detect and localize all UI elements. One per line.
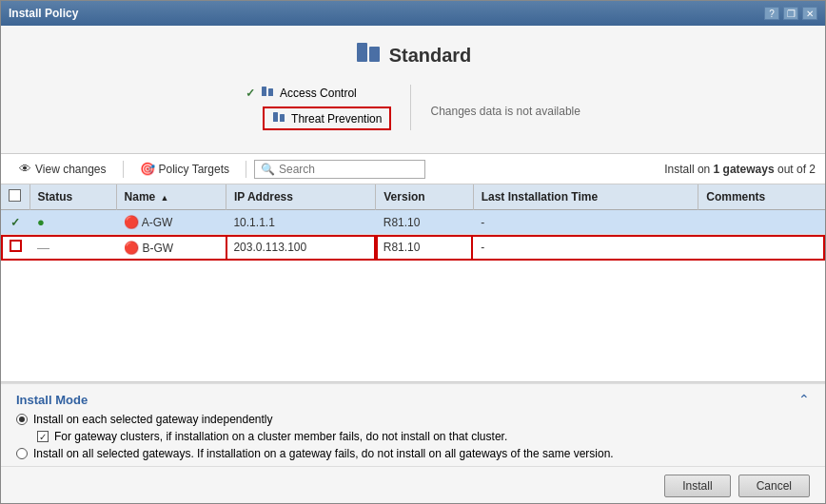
row-checkbox[interactable] bbox=[10, 240, 22, 252]
svg-rect-2 bbox=[262, 87, 266, 96]
cluster-checkbox[interactable]: ✓ bbox=[37, 431, 49, 442]
install-count: Install on 1 gateways out of 2 bbox=[664, 163, 816, 176]
table-header-row: Status Name ▲ IP Address Version Last In… bbox=[1, 184, 825, 210]
td-last-install: - bbox=[473, 210, 698, 235]
option-threat-prevention: Threat Prevention bbox=[246, 107, 391, 130]
option-access-control: ✓ Access Control bbox=[246, 85, 391, 101]
header-checkbox[interactable] bbox=[9, 189, 21, 202]
td-ip-2: 203.0.113.100 bbox=[226, 235, 375, 261]
install-button[interactable]: Install bbox=[664, 475, 730, 497]
mode-option-1: Install on each selected gateway indepen… bbox=[16, 413, 810, 426]
policy-targets-label: Policy Targets bbox=[159, 163, 229, 176]
install-policy-dialog: Install Policy ? ❐ ✕ Standard bbox=[0, 0, 826, 504]
title-bar-title: Install Policy bbox=[9, 7, 78, 20]
footer: Install Cancel bbox=[1, 466, 825, 503]
threat-prev-icon bbox=[272, 110, 285, 126]
install-mode-header: Install Mode ⌃ bbox=[16, 392, 810, 407]
th-comments: Comments bbox=[698, 184, 825, 210]
gateway-name: A-GW bbox=[142, 216, 173, 229]
mode-option-2: Install on all selected gateways. If ins… bbox=[16, 447, 810, 460]
td-status: — bbox=[30, 235, 116, 261]
td-comments bbox=[698, 210, 825, 235]
view-changes-button[interactable]: 👁 View changes bbox=[10, 158, 115, 180]
policy-icon bbox=[355, 39, 382, 71]
td-checkbox bbox=[1, 235, 30, 261]
search-icon: 🔍 bbox=[261, 163, 275, 176]
row-check-icon: ✓ bbox=[10, 216, 20, 229]
restore-button[interactable]: ❐ bbox=[783, 7, 798, 20]
td-comments-2 bbox=[698, 235, 825, 261]
eye-icon: 👁 bbox=[19, 162, 31, 176]
changes-note-text: Changes data is not available bbox=[430, 105, 580, 118]
gw-icon: 🔴 bbox=[124, 215, 139, 229]
th-name: Name ▲ bbox=[116, 184, 226, 210]
mode-option-1-label: Install on each selected gateway indepen… bbox=[33, 413, 273, 426]
gw-icon-2: 🔴 bbox=[124, 241, 139, 255]
title-bar-right: ? ❐ ✕ bbox=[764, 7, 817, 20]
table-row[interactable]: ✓ ● 🔴 A-GW 10.1.1.1 R81.10 - bbox=[1, 210, 825, 235]
td-name: 🔴 B-GW bbox=[116, 235, 226, 261]
sort-icon: ▲ bbox=[161, 193, 169, 203]
policy-name: Standard bbox=[389, 45, 472, 67]
th-checkbox bbox=[1, 184, 30, 210]
td-status: ● bbox=[30, 210, 116, 235]
help-button[interactable]: ? bbox=[764, 7, 779, 20]
dialog-body: Standard ✓ Access Control bbox=[1, 26, 825, 503]
table-row[interactable]: — 🔴 B-GW 203.0.113.100 R81.10 - bbox=[1, 235, 825, 261]
th-status: Status bbox=[30, 184, 116, 210]
status-ok-icon: ● bbox=[37, 215, 45, 229]
svg-rect-4 bbox=[273, 112, 278, 122]
td-version-2: R81.10 bbox=[376, 235, 473, 261]
radio-option-1[interactable] bbox=[16, 414, 28, 425]
th-version: Version bbox=[376, 184, 473, 210]
access-control-label: Access Control bbox=[280, 87, 357, 100]
search-input[interactable] bbox=[279, 163, 412, 176]
th-last-install: Last Installation Time bbox=[473, 184, 698, 210]
install-mode-title: Install Mode bbox=[16, 393, 88, 407]
targets-icon: 🎯 bbox=[140, 162, 155, 176]
gateway-name-2: B-GW bbox=[142, 242, 173, 255]
gateways-table: Status Name ▲ IP Address Version Last In… bbox=[1, 184, 825, 261]
changes-note: Changes data is not available bbox=[411, 85, 580, 138]
svg-rect-3 bbox=[268, 88, 273, 96]
install-mode-options: Install on each selected gateway indepen… bbox=[16, 413, 810, 460]
radio-option-2[interactable] bbox=[16, 448, 28, 459]
td-name: 🔴 A-GW bbox=[116, 210, 226, 235]
mode-option-2-label: Install on all selected gateways. If ins… bbox=[33, 447, 614, 460]
top-section: Standard ✓ Access Control bbox=[1, 26, 825, 147]
td-last-install-2: - bbox=[473, 235, 698, 261]
policy-options-list: ✓ Access Control bbox=[246, 85, 411, 130]
toolbar-separator bbox=[123, 161, 124, 178]
access-control-icon bbox=[261, 85, 274, 101]
mode-sub-option-1: ✓ For gateway clusters, if installation … bbox=[37, 430, 810, 443]
install-mode-section: Install Mode ⌃ Install on each selected … bbox=[1, 382, 825, 466]
policy-title: Standard bbox=[355, 39, 472, 71]
threat-prev-label: Threat Prevention bbox=[291, 112, 382, 126]
view-changes-label: View changes bbox=[35, 163, 107, 176]
toolbar: 👁 View changes 🎯 Policy Targets 🔍 Instal… bbox=[1, 153, 825, 184]
td-ip: 10.1.1.1 bbox=[226, 210, 375, 235]
svg-rect-5 bbox=[280, 114, 285, 122]
th-ip: IP Address bbox=[226, 184, 375, 210]
cluster-checkbox-label: For gateway clusters, if installation on… bbox=[54, 430, 507, 443]
title-bar-left: Install Policy bbox=[9, 7, 78, 20]
title-bar: Install Policy ? ❐ ✕ bbox=[1, 1, 825, 26]
policy-targets-button[interactable]: 🎯 Policy Targets bbox=[131, 158, 238, 180]
toolbar-separator-2 bbox=[246, 161, 246, 178]
close-button[interactable]: ✕ bbox=[802, 7, 817, 20]
access-control-check: ✓ bbox=[246, 87, 255, 100]
td-version: R81.10 bbox=[376, 210, 473, 235]
table-area: Status Name ▲ IP Address Version Last In… bbox=[1, 184, 825, 382]
svg-rect-0 bbox=[357, 43, 367, 62]
svg-rect-1 bbox=[369, 47, 380, 62]
collapse-icon[interactable]: ⌃ bbox=[798, 392, 810, 407]
cancel-button[interactable]: Cancel bbox=[738, 475, 810, 497]
policy-options: ✓ Access Control bbox=[246, 85, 580, 138]
td-checkbox: ✓ bbox=[1, 210, 30, 235]
threat-prevention-box: Threat Prevention bbox=[263, 107, 391, 130]
search-box: 🔍 bbox=[254, 160, 425, 179]
status-dash-icon: — bbox=[37, 241, 49, 255]
